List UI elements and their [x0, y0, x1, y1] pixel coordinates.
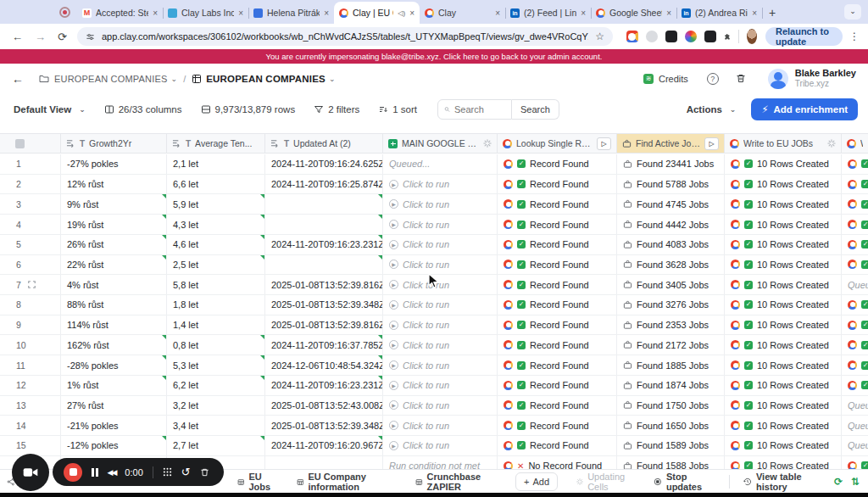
cell-lookup-single-row[interactable]: ✓Record Found — [498, 316, 617, 335]
cell-clipped[interactable]: ✓ — [842, 456, 868, 470]
refresh-icon[interactable]: ⟳ — [834, 476, 843, 488]
cell-lookup-single-row[interactable]: ✓Record Found — [498, 275, 617, 294]
cell-write-to-eu-jobs[interactable]: ✓10 Rows Created — [725, 355, 842, 375]
cell-lookup-single-row[interactable]: ✓Record Found — [498, 295, 617, 315]
drag-dots-icon[interactable] — [163, 467, 172, 477]
chevron-down-icon[interactable]: ⌄ — [171, 75, 178, 83]
cell-clipped[interactable]: ✓ — [842, 215, 868, 234]
cell-clipped[interactable]: ✓ — [842, 154, 868, 174]
cell-find-active-jobs[interactable]: Found 1650 Jobs — [617, 416, 725, 435]
cell-clipped[interactable]: ✓ — [842, 376, 868, 395]
browser-tab-sheets[interactable]: Google Sheets × — [591, 2, 676, 24]
cell-google-sheet[interactable]: ▶Click to run — [383, 175, 498, 194]
browser-menu-icon[interactable]: ⋮ — [849, 31, 860, 42]
cell-write-to-eu-jobs[interactable]: ✓10 Rows Created — [725, 436, 842, 455]
cell-updated-at[interactable] — [265, 215, 383, 234]
extensions-puzzle-icon[interactable] — [724, 31, 732, 42]
cell-find-active-jobs[interactable]: Found 5788 Jobs — [617, 175, 725, 194]
cell-find-active-jobs[interactable]: Found 1874 Jobs — [617, 376, 725, 395]
cell-write-to-eu-jobs[interactable]: ✓10 Rows Created — [725, 255, 842, 275]
recording-indicator-icon[interactable] — [59, 7, 70, 18]
column-header-growth2yr[interactable]: T Growth2Yr — [61, 134, 167, 153]
back-icon[interactable]: ← — [12, 31, 23, 43]
cell-find-active-jobs[interactable]: Found 1885 Jobs — [617, 355, 725, 375]
rows-button[interactable]: 9,973/13,879 rows — [201, 104, 296, 114]
close-icon[interactable]: × — [153, 8, 158, 18]
cell-updated-at[interactable] — [265, 255, 383, 275]
close-icon[interactable]: × — [495, 8, 500, 18]
trash-icon[interactable] — [736, 73, 746, 84]
row-number[interactable]: 9 — [0, 316, 61, 335]
cell-clipped[interactable]: Queued... — [842, 396, 868, 416]
cell-average-tenure[interactable]: 5,8 let — [167, 275, 265, 294]
row-number[interactable]: 7 — [0, 275, 61, 294]
cell-write-to-eu-jobs[interactable]: ✓10 Rows Created — [725, 456, 842, 470]
run-column-button[interactable]: ▷ — [597, 137, 611, 150]
cell-updated-at[interactable]: 2025-01-08T13:52:39.816Z — [265, 275, 383, 294]
cell-average-tenure[interactable]: 2,7 let — [167, 436, 265, 455]
close-icon[interactable]: × — [666, 8, 671, 18]
browser-tab-linkedin-feed[interactable]: in (2) Feed | Link × — [505, 2, 591, 24]
cell-average-tenure[interactable]: 5,3 let — [167, 355, 265, 375]
site-settings-icon[interactable] — [86, 32, 95, 42]
cell-growth2yr[interactable]: 1% růst — [61, 376, 167, 395]
cell-growth2yr[interactable]: 4% růst — [61, 275, 167, 294]
cell-lookup-single-row[interactable]: ✓Record Found — [498, 355, 617, 375]
breadcrumb-table[interactable]: EUROPEAN COMPANIES — [206, 74, 326, 84]
header-select-all[interactable] — [0, 134, 61, 153]
cell-growth2yr[interactable]: -28% pokles — [61, 355, 167, 375]
expand-rows-icon[interactable]: ⇅ — [851, 476, 860, 488]
column-header-find-active-jobs[interactable]: Find Active Job Op.. ▷ — [617, 134, 725, 153]
column-header-google-sheet[interactable]: MAIN GOOGLE SHE... — [383, 134, 498, 153]
actions-button[interactable]: Actions⌄ — [687, 104, 737, 114]
relaunch-button[interactable]: Relaunch to update — [765, 27, 843, 46]
pinwheel-extension-icon[interactable] — [685, 31, 697, 42]
cell-write-to-eu-jobs[interactable]: ✓10 Rows Created — [725, 215, 842, 234]
cell-lookup-single-row[interactable]: ✓Record Found — [498, 215, 617, 234]
url-text[interactable]: app.clay.com/workspaces/306102/workbooks… — [102, 31, 588, 42]
cell-clipped[interactable]: Queued... — [842, 275, 868, 294]
cell-clipped[interactable]: ✓ — [842, 316, 868, 335]
cell-lookup-single-row[interactable]: ✓Record Found — [498, 235, 617, 254]
browser-tab-gmail[interactable]: M Accepted: Stef × — [77, 2, 163, 24]
cell-average-tenure[interactable]: 0,8 let — [167, 335, 265, 355]
filters-button[interactable]: 2 filters — [314, 104, 359, 114]
row-number[interactable]: 12 — [0, 376, 61, 395]
cell-find-active-jobs[interactable]: Found 4442 Jobs — [617, 215, 725, 234]
cell-growth2yr[interactable]: 12% růst — [61, 175, 167, 194]
cell-growth2yr[interactable]: 22% růst — [61, 255, 167, 275]
cell-find-active-jobs[interactable]: Found 1750 Jobs — [617, 396, 725, 416]
camera-button[interactable] — [12, 454, 49, 491]
sort-button[interactable]: 1 sort — [378, 104, 417, 114]
cell-google-sheet[interactable]: ▶Click to run — [383, 295, 498, 315]
row-number[interactable]: 14 — [0, 416, 61, 435]
cell-google-sheet[interactable]: ▶Click to run — [383, 436, 498, 455]
restart-recording-icon[interactable]: ↺ — [181, 466, 191, 478]
cell-find-active-jobs[interactable]: Found 3628 Jobs — [617, 255, 725, 275]
stop-recording-button[interactable] — [64, 463, 82, 482]
lock-extension-icon[interactable] — [646, 31, 658, 42]
cell-google-sheet[interactable]: ▶Click to run — [383, 355, 498, 375]
cell-clipped[interactable]: ✓ — [842, 295, 868, 315]
extension-icon[interactable] — [665, 31, 677, 42]
cell-growth2yr[interactable]: 162% růst — [61, 335, 167, 355]
cell-google-sheet[interactable]: ▶Click to run — [383, 396, 498, 416]
expand-row-icon[interactable] — [28, 281, 36, 288]
help-icon[interactable]: ? — [707, 73, 719, 85]
browser-tab-active[interactable]: Clay | EU C ◁) × — [334, 2, 420, 24]
cell-clipped[interactable]: ✓ — [842, 194, 868, 214]
cell-write-to-eu-jobs[interactable]: ✓10 Rows Created — [725, 194, 842, 214]
cell-average-tenure[interactable]: 4,6 let — [167, 235, 265, 254]
cell-lookup-single-row[interactable]: ✓Record Found — [498, 154, 617, 174]
cell-average-tenure[interactable]: 5,9 let — [167, 194, 265, 214]
cell-lookup-single-row[interactable]: ✓Record Found — [498, 255, 617, 275]
cell-growth2yr[interactable]: -27% pokles — [61, 154, 167, 174]
footer-tab-crunchbase-zapier[interactable]: Crunchbase ZAPIER — [415, 472, 498, 492]
cell-find-active-jobs[interactable]: Found 4745 Jobs — [617, 194, 725, 214]
cell-updated-at[interactable] — [265, 194, 383, 214]
stop-updates-button[interactable]: Stop updates — [654, 472, 714, 492]
column-header-average-tenure[interactable]: T Average Ten... — [167, 134, 265, 153]
cell-growth2yr[interactable]: 26% růst — [61, 235, 167, 254]
trash-icon[interactable] — [200, 467, 209, 477]
cell-average-tenure[interactable]: 3,4 let — [167, 416, 265, 435]
